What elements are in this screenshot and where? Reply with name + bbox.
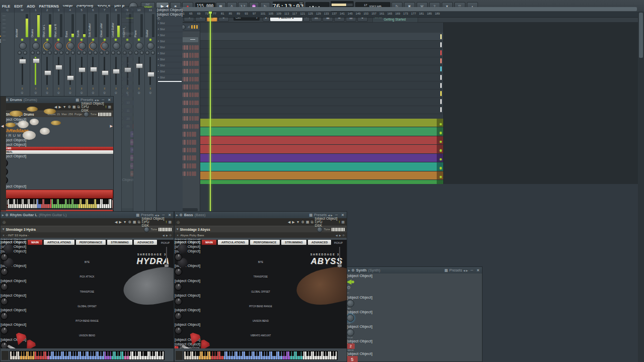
eq-knob[interactable] (23, 51, 27, 55)
mixer-strip-led[interactable] (92, 39, 94, 41)
piano-key-black[interactable] (215, 351, 217, 356)
piano-key-black[interactable] (284, 351, 286, 356)
step-cell[interactable] (196, 77, 198, 82)
step-cell[interactable] (194, 61, 196, 66)
piano-key-black[interactable] (247, 351, 249, 356)
eq-knob[interactable] (36, 51, 40, 55)
step-cell[interactable] (192, 61, 194, 66)
piano-key-black[interactable] (186, 351, 188, 356)
step-cell[interactable] (192, 171, 194, 176)
force-speaker-icon[interactable]: ◀⦁ (347, 278, 482, 285)
eq-knob[interactable] (94, 51, 98, 55)
knob-bite[interactable] (1, 253, 8, 261)
gear-icon[interactable]: ⚙ (301, 220, 304, 224)
close-button[interactable]: ✕ (167, 213, 172, 217)
step-cell[interactable] (196, 93, 198, 98)
range-value[interactable]: 2 (347, 343, 355, 349)
step-cell[interactable] (187, 163, 189, 168)
stereo-icon[interactable]: ◎ (138, 91, 140, 94)
mixer-fader[interactable] (88, 56, 99, 86)
stereo-icon[interactable]: ◎ (115, 91, 117, 94)
playlist-vscroll-thumb[interactable] (639, 13, 643, 58)
step-cell[interactable] (189, 61, 191, 66)
mixer-pan-knob[interactable] (55, 42, 63, 50)
keyboard[interactable] (10, 351, 165, 360)
knob-pick-attack[interactable] (1, 268, 8, 276)
piano-key-black[interactable] (77, 199, 79, 204)
fx-slot-3[interactable]: ▸Slot (157, 32, 183, 38)
piano-key-black[interactable] (203, 351, 205, 356)
piano-key-black[interactable] (49, 351, 51, 356)
mixer-pan-knob[interactable] (19, 42, 27, 50)
fx-slot-1[interactable]: ▸Slot (157, 20, 183, 26)
piano-key-black[interactable] (116, 351, 118, 356)
piano-key-black[interactable] (309, 351, 311, 356)
close-icon[interactable]: ✕ (177, 234, 179, 237)
stereo-sep-knob[interactable] (77, 51, 81, 55)
piano-key-black[interactable] (55, 199, 57, 204)
drum-pad[interactable] (1, 190, 113, 199)
mixer-fader[interactable] (145, 56, 156, 86)
step-cell[interactable] (184, 61, 186, 66)
piano-key-black[interactable] (334, 351, 336, 356)
piano-key-black[interactable] (69, 199, 71, 204)
vol-knob[interactable] (347, 314, 354, 322)
fader-handle[interactable] (44, 70, 51, 75)
piano-key-black[interactable] (158, 351, 160, 356)
stereo-icon[interactable]: ◎ (21, 91, 24, 94)
tab-advanced[interactable]: ADVANCED (308, 240, 331, 245)
step-cell[interactable] (194, 93, 196, 98)
step-cell[interactable] (194, 101, 196, 106)
expand-icon[interactable]: ▸ (348, 268, 350, 273)
knob-pitch-bend-range[interactable] (175, 298, 182, 305)
send-arrow-icon[interactable]: ⇧ (92, 87, 95, 90)
knob-transpose[interactable] (1, 283, 8, 291)
fader-handle[interactable] (19, 59, 26, 64)
stereo-sep-knob[interactable] (123, 51, 127, 55)
piano-key-black[interactable] (91, 351, 93, 356)
stereo-sep-knob[interactable] (18, 51, 22, 55)
gear-icon[interactable]: ⚙ (6, 213, 9, 217)
piano-key-black[interactable] (111, 351, 113, 356)
pads-next-icon[interactable]: ▶ (110, 124, 113, 128)
tune-knob[interactable] (84, 112, 89, 117)
stereo-sep-knob[interactable] (88, 51, 92, 55)
fx-slot-6[interactable]: ▸Slot (157, 50, 183, 56)
mixer-pan-knob[interactable] (44, 42, 51, 50)
step-cell[interactable] (196, 124, 198, 129)
piano-key-black[interactable] (193, 351, 195, 356)
piano-key-black[interactable] (265, 351, 267, 356)
reload-icon[interactable]: ⟳ (343, 234, 345, 237)
piano-key-black[interactable] (198, 351, 200, 356)
presets-prev-icon[interactable]: ◀ (154, 214, 156, 217)
eq-knob[interactable] (48, 51, 52, 55)
keyboard-toggle-icon[interactable]: ▦ (168, 220, 172, 224)
tab-strumming[interactable]: STRUMMING (281, 240, 306, 245)
piano-key-black[interactable] (66, 351, 68, 356)
piano-key-black[interactable] (314, 351, 316, 356)
piano-key-black[interactable] (63, 199, 65, 204)
step-cell[interactable] (189, 132, 191, 137)
step-cell[interactable] (189, 155, 191, 160)
step-cell[interactable] (184, 84, 186, 89)
piano-key-black[interactable] (118, 351, 120, 356)
stereo-icon[interactable]: ◎ (103, 91, 106, 94)
piano-key-black[interactable] (316, 351, 318, 356)
piano-key-black[interactable] (128, 351, 130, 356)
minimize-button[interactable]: ─ (161, 213, 166, 217)
piano-key-black[interactable] (73, 351, 75, 356)
presets-next-icon[interactable]: ▶ (331, 214, 333, 217)
fx-slot-2[interactable]: ▸Slot (157, 26, 183, 32)
fx-slot-8[interactable]: ▸Slot (157, 62, 183, 68)
piano-key-black[interactable] (319, 351, 321, 356)
mixer-fader[interactable] (15, 56, 30, 86)
send-arrow-icon[interactable]: ⇧ (69, 87, 71, 90)
eq-knob[interactable] (59, 51, 63, 55)
piano-key-black[interactable] (56, 351, 58, 356)
step-cell[interactable] (194, 45, 196, 50)
piano-key-black[interactable] (324, 351, 326, 356)
eq-knob[interactable] (105, 51, 109, 55)
send-arrow-icon[interactable]: ⇧ (35, 87, 37, 90)
mixer-fader[interactable] (30, 56, 41, 86)
pickup-knob-1[interactable] (178, 244, 188, 254)
